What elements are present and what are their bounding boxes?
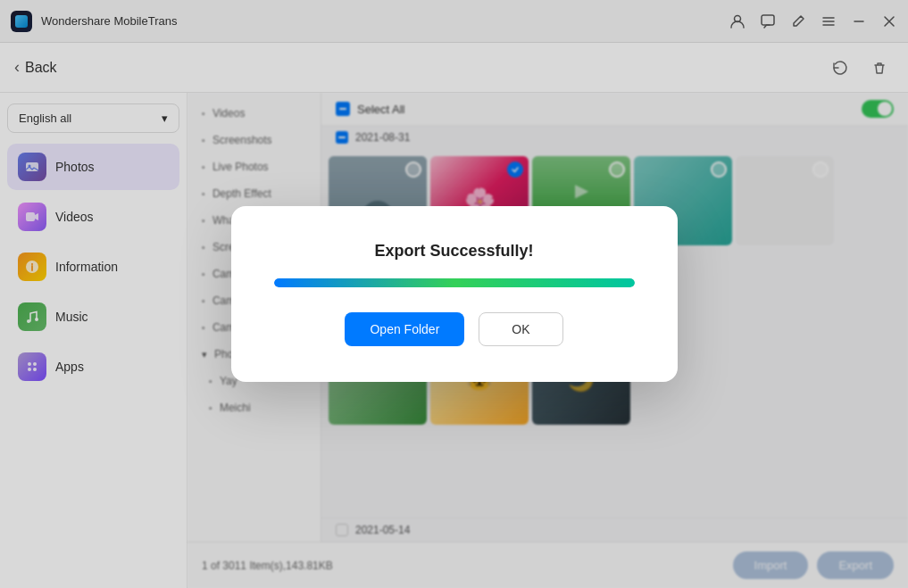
progress-bar-container <box>274 278 635 287</box>
modal-buttons: Open Folder OK <box>345 312 562 346</box>
modal-title: Export Successfully! <box>374 242 533 261</box>
export-success-modal: Export Successfully! Open Folder OK <box>231 206 678 382</box>
ok-button[interactable]: OK <box>479 312 562 346</box>
modal-overlay: Export Successfully! Open Folder OK <box>0 0 908 588</box>
progress-bar-fill <box>274 278 635 287</box>
open-folder-button[interactable]: Open Folder <box>345 312 464 346</box>
